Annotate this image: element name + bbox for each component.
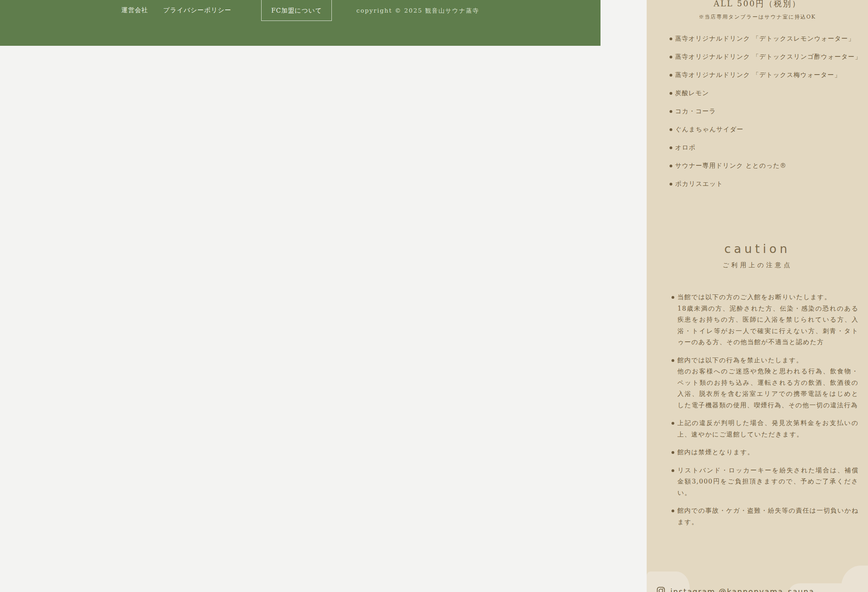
drink-item: オロポ: [670, 143, 861, 152]
caution-heading: caution: [647, 242, 868, 256]
footer-nav: 運営会社 プライバシーポリシー FC加盟について copyright © 202…: [0, 0, 600, 21]
drink-item: 蒸寺オリジナルドリンク 「デトックスレモンウォーター」: [670, 34, 861, 43]
caution-subheading: ご利用上の注意点: [647, 260, 868, 270]
caution-item: 当館では以下の方のご入館をお断りいたします。 18歳未満の方、泥酔された方、伝染…: [672, 292, 859, 348]
drink-item: 炭酸レモン: [670, 88, 861, 98]
caution-item: リストバンド・ロッカーキーを紛失された場合は、補償金額3,000円をご負担頂きま…: [672, 465, 859, 499]
footer-bar: 運営会社 プライバシーポリシー FC加盟について copyright © 202…: [0, 0, 600, 46]
page-background: 運営会社 プライバシーポリシー FC加盟について copyright © 202…: [0, 0, 647, 592]
info-panel: ALL 500円（税別） ※当店専用タンブラーはサウナ室に持込OK 蒸寺オリジナ…: [647, 0, 868, 592]
caution-item: 館内では以下の行為を禁止いたします。 他のお客様へのご迷惑や危険と思われる行為、…: [672, 355, 859, 411]
drink-item: 蒸寺オリジナルドリンク 「デトックスリンゴ酢ウォーター」: [670, 52, 861, 62]
drink-item: サウナー専用ドリンク ととのった®: [670, 161, 861, 170]
drink-price-line: ALL 500円（税別）: [647, 0, 868, 8]
drink-item: ぐんまちゃんサイダー: [670, 125, 861, 134]
instagram-handle-label: instagram @kannonyama_sauna: [670, 587, 814, 592]
caution-item: 館内は禁煙となります。: [672, 447, 859, 458]
caution-item: 館内での事故・ケガ・盗難・紛失等の責任は一切負いかねます。: [672, 505, 859, 528]
instagram-icon: [657, 586, 665, 592]
drink-item: 蒸寺オリジナルドリンク 「デトックス梅ウォーター」: [670, 70, 861, 80]
drink-item: コカ・コーラ: [670, 107, 861, 116]
drink-tumbler-note: ※当店専用タンブラーはサウナ室に持込OK: [647, 13, 868, 21]
fc-franchise-button[interactable]: FC加盟について: [261, 0, 332, 21]
footer-link-company[interactable]: 運営会社: [121, 6, 148, 14]
copyright-text: copyright © 2025 観音山サウナ蒸寺: [356, 6, 479, 14]
drink-item: ポカリスエット: [670, 179, 861, 189]
drink-list: 蒸寺オリジナルドリンク 「デトックスレモンウォーター」 蒸寺オリジナルドリンク …: [670, 34, 861, 197]
caution-item: 上記の違反が判明した場合、発見次第料金をお支払いの上、速やかにご退館していただき…: [672, 418, 859, 440]
caution-list: 当館では以下の方のご入館をお断りいたします。 18歳未満の方、泥酔された方、伝染…: [672, 292, 859, 534]
footer-link-privacy-policy[interactable]: プライバシーポリシー: [163, 6, 231, 14]
instagram-link[interactable]: instagram @kannonyama_sauna: [657, 586, 814, 592]
